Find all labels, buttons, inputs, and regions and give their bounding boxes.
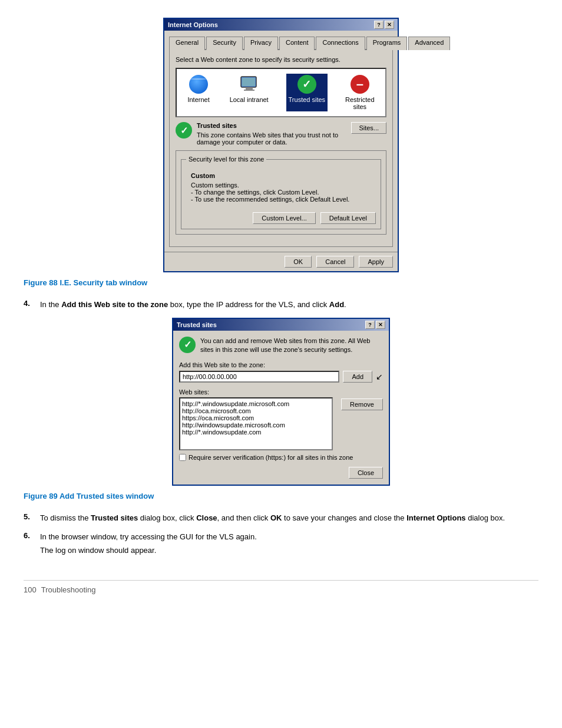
add-url-input[interactable] — [179, 371, 339, 383]
tab-content[interactable]: Content — [279, 37, 315, 50]
step6-line2: The log on window should appear. — [40, 545, 257, 556]
zone-intranet-label: Local intranet — [230, 96, 269, 103]
dialog-footer: OK Cancel Apply — [164, 252, 398, 271]
tab-bar: General Security Privacy Content Connect… — [169, 35, 393, 50]
ok-button[interactable]: OK — [285, 256, 312, 268]
default-level-button[interactable]: Default Level — [320, 212, 376, 224]
tab-security[interactable]: Security — [206, 37, 243, 50]
tab-advanced[interactable]: Advanced — [408, 37, 450, 50]
trusted-sites-dialog: Trusted sites ? ✕ ✓ You can add and remo… — [172, 318, 390, 486]
trusted-sites-heading: Trusted sites — [197, 122, 346, 129]
apply-button[interactable]: Apply — [359, 256, 393, 268]
security-level-legend: Security level for this zone — [186, 156, 266, 163]
web-site-item-1[interactable]: http://*.windowsupdate.microsoft.com — [182, 400, 330, 407]
step5-bold2: Close — [196, 513, 217, 522]
trusted-dialog-titlebar: Trusted sites ? ✕ — [173, 319, 389, 331]
step5-bold3: OK — [270, 513, 282, 522]
trusted-close-button[interactable]: ✕ — [376, 321, 385, 329]
svg-rect-3 — [242, 78, 255, 86]
web-sites-list[interactable]: http://*.windowsupdate.microsoft.com htt… — [179, 397, 333, 450]
trusted-dialog-title: Trusted sites — [177, 321, 217, 328]
sites-button[interactable]: Sites... — [351, 122, 386, 134]
close-button[interactable]: ✕ — [385, 21, 394, 29]
trusted-titlebar-buttons: ? ✕ — [365, 321, 385, 329]
zones-container: Internet — [176, 68, 386, 117]
figure88-section: Internet Options ? ✕ General Security Pr… — [24, 18, 538, 287]
step5: 5. To dismiss the Trusted sites dialog b… — [24, 512, 538, 524]
trusted-icon-container: ✓ — [297, 75, 316, 94]
trusted-sites-text: Trusted sites This zone contains Web sit… — [197, 122, 346, 146]
security-tab-content: Select a Web content zone to specify its… — [169, 50, 393, 247]
dialog-main-content: General Security Privacy Content Connect… — [164, 31, 398, 252]
trusted-help-button[interactable]: ? — [365, 321, 375, 329]
figure89-container: Trusted sites ? ✕ ✓ You can add and remo… — [24, 318, 538, 486]
trusted-close-btn[interactable]: Close — [349, 467, 383, 479]
zone-intranet[interactable]: Local intranet — [227, 74, 271, 111]
close-btn-row: Close — [179, 467, 383, 479]
trusted-icon: ✓ — [297, 75, 316, 94]
tab-programs[interactable]: Programs — [366, 37, 408, 50]
zone-trusted[interactable]: ✓ Trusted sites — [286, 74, 328, 111]
tab-general[interactable]: General — [169, 37, 205, 50]
web-site-item-3[interactable]: https://oca.microsoft.com — [182, 414, 330, 421]
remove-button[interactable]: Remove — [341, 398, 383, 410]
zone-internet-label: Internet — [187, 96, 209, 103]
trusted-info-row: ✓ You can add and remove Web sites from … — [179, 337, 383, 355]
level-buttons: Custom Level... Default Level — [186, 212, 376, 224]
custom-desc3: - To use the recommended settings, click… — [191, 196, 371, 203]
step5-bold4: Internet Options — [406, 513, 465, 522]
step6-number: 6. — [24, 531, 35, 540]
custom-level-button[interactable]: Custom Level... — [253, 212, 315, 224]
checkbox-row: Require server verification (https:) for… — [179, 454, 383, 461]
zone-restricted[interactable]: – Restrictedsites — [343, 74, 377, 111]
figure89-caption: Figure 89 Add Trusted sites window — [24, 492, 538, 500]
help-button[interactable]: ? — [374, 21, 384, 29]
zone-trusted-label: Trusted sites — [289, 96, 326, 103]
restricted-icon: – — [351, 75, 369, 94]
step4: 4. In the Add this Web site to the zone … — [24, 299, 538, 311]
footer-page-num: 100 — [24, 585, 37, 594]
custom-desc1: Custom settings. — [191, 182, 371, 189]
zone-restricted-label: Restrictedsites — [345, 96, 375, 110]
restricted-icon-container: – — [351, 75, 369, 94]
dialog-title: Internet Options — [168, 21, 218, 28]
footer-section: Troubleshooting — [41, 585, 96, 594]
web-site-item-4[interactable]: http://windowsupdate.microsoft.com — [182, 421, 330, 429]
step6-line1: In the browser window, try accessing the… — [40, 531, 257, 543]
web-sites-list-row: http://*.windowsupdate.microsoft.com htt… — [179, 397, 383, 454]
add-label: Add this Web site to the zone: — [179, 361, 383, 368]
step5-number: 5. — [24, 512, 35, 521]
custom-label: Custom — [191, 172, 371, 179]
zone-internet[interactable]: Internet — [185, 74, 211, 111]
figure88-container: Internet Options ? ✕ General Security Pr… — [24, 18, 538, 272]
page-footer: 100 Troubleshooting — [24, 580, 538, 594]
dialog-titlebar: Internet Options ? ✕ — [164, 19, 398, 31]
svg-rect-2 — [244, 90, 254, 91]
custom-section: Custom Custom settings. - To change the … — [186, 167, 376, 207]
step4-bold2: Add — [329, 300, 344, 309]
web-site-item-5[interactable]: http://*.windowsupdate.com — [182, 429, 330, 436]
step4-bold1: Add this Web site to the zone — [61, 300, 168, 309]
intranet-icon-container — [240, 75, 259, 94]
internet-options-dialog: Internet Options ? ✕ General Security Pr… — [163, 18, 399, 272]
tab-connections[interactable]: Connections — [316, 37, 365, 50]
trusted-check-icon: ✓ — [176, 122, 192, 139]
cancel-button[interactable]: Cancel — [316, 256, 354, 268]
custom-desc2: - To change the settings, click Custom L… — [191, 189, 371, 196]
add-button[interactable]: Add — [343, 371, 372, 383]
trusted-dialog-check-icon: ✓ — [179, 337, 196, 353]
step4-number: 4. — [24, 299, 35, 308]
web-site-item-2[interactable]: http://oca.microsoft.com — [182, 407, 330, 414]
zone-instruction: Select a Web content zone to specify its… — [176, 56, 386, 63]
tab-privacy[interactable]: Privacy — [244, 37, 278, 50]
trusted-dialog-content: ✓ You can add and remove Web sites from … — [173, 331, 389, 485]
remove-btn-area: Remove — [338, 397, 383, 410]
cursor-arrow: ↙ — [376, 372, 383, 381]
server-verification-checkbox[interactable] — [179, 454, 186, 461]
figure89-section: Trusted sites ? ✕ ✓ You can add and remo… — [24, 318, 538, 501]
figure88-caption: Figure 88 I.E. Security tab window — [24, 278, 538, 287]
web-sites-label: Web sites: — [179, 388, 383, 396]
titlebar-buttons: ? ✕ — [374, 21, 394, 29]
step5-bold1: Trusted sites — [91, 513, 138, 522]
intranet-icon — [240, 75, 259, 94]
